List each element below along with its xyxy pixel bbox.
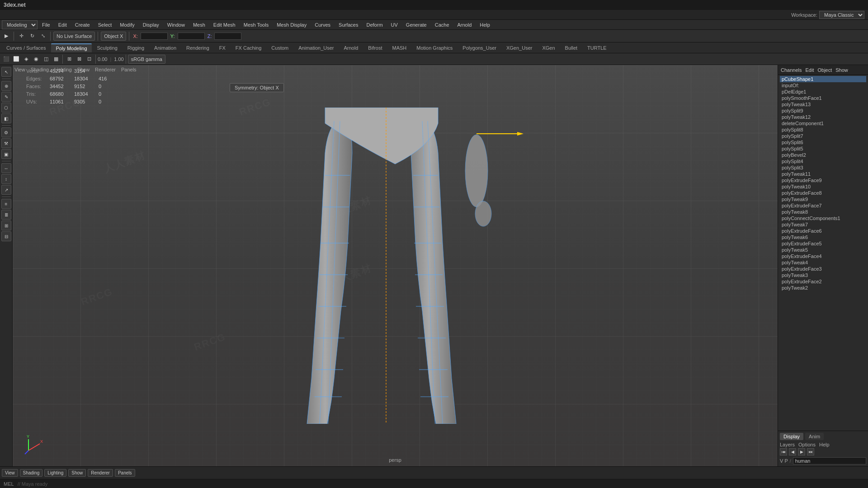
tab-custom[interactable]: Custom [267, 44, 293, 52]
rp-list-item[interactable]: inputOf: [780, 82, 866, 89]
rp-list-item[interactable]: polyTweak11 [780, 171, 866, 177]
menu-item-generate[interactable]: Generate [402, 21, 430, 28]
left-tool-6[interactable]: ⚙ [1, 127, 11, 137]
rp-list-item[interactable]: polyExtrudeFace6 [780, 228, 866, 234]
rp-channels[interactable]: Channels [781, 67, 802, 73]
menu-item-cache[interactable]: Cache [431, 21, 453, 28]
tb2-snap-2[interactable]: ⊠ [75, 55, 84, 64]
t3-btn-2[interactable]: Shading [20, 469, 43, 477]
rp-list-item[interactable]: polyTweak4 [780, 259, 866, 266]
tab-motion-graphics[interactable]: Motion Graphics [412, 44, 457, 52]
tab-xgen[interactable]: XGen [538, 44, 559, 52]
rp-list-item[interactable]: polySplit5 [780, 145, 866, 152]
modeling-select[interactable]: Modeling [2, 20, 38, 29]
left-tool-3[interactable]: ✎ [1, 92, 11, 102]
left-tool-12[interactable]: ≡ [1, 199, 11, 209]
menu-item-window[interactable]: Window [164, 21, 189, 28]
gamma-btn[interactable]: sRGB gamma [128, 55, 165, 64]
rp-list-item[interactable]: polySplit6 [780, 139, 866, 145]
tool-move[interactable]: ✛ [17, 32, 26, 41]
tab-arnold[interactable]: Arnold [340, 44, 363, 52]
tb2-snap-3[interactable]: ⊡ [85, 55, 94, 64]
rp-input-field[interactable] [793, 457, 866, 465]
menu-item-edit[interactable]: Edit [55, 21, 71, 28]
rp-list-item[interactable]: polyTweak13 [780, 101, 866, 108]
rp-layers[interactable]: Layers [780, 442, 795, 447]
menu-item-arnold[interactable]: Arnold [454, 21, 476, 28]
tab-bullet[interactable]: Bullet [561, 44, 582, 52]
rp-list-item[interactable]: polyTweak10 [780, 183, 866, 190]
pb-back[interactable]: ◀ [789, 448, 796, 455]
left-tool-2[interactable]: ⊕ [1, 81, 11, 91]
left-tool-7[interactable]: ⚒ [1, 138, 11, 148]
rp-list-item[interactable]: polyExtrudeFace7 [780, 202, 866, 209]
object-x-btn[interactable]: Object X [101, 32, 126, 41]
rp-list-item[interactable]: polyTweak5 [780, 247, 866, 253]
rp-list-item[interactable]: polyExtrudeFace4 [780, 253, 866, 259]
menu-item-surfaces[interactable]: Surfaces [335, 21, 362, 28]
rp-list-item[interactable]: polyTweak2 [780, 285, 866, 291]
workspace-dropdown[interactable]: Maya Classic [819, 11, 864, 19]
rp-list-item[interactable]: pDelEdge1 [780, 89, 866, 95]
rp-list-item[interactable]: polyTweak12 [780, 114, 866, 120]
left-tool-13[interactable]: ≣ [1, 210, 11, 220]
rp-list-item[interactable]: polyBevel2 [780, 152, 866, 158]
rp-object[interactable]: Object [817, 67, 832, 73]
z-input[interactable] [214, 33, 241, 40]
no-live-surface-btn[interactable]: No Live Surface [53, 32, 95, 41]
tb2-btn-6[interactable]: ▦ [52, 55, 61, 64]
rp-list-item[interactable]: polyTweak3 [780, 272, 866, 278]
left-tool-5[interactable]: ◧ [1, 113, 11, 123]
menu-item-modify[interactable]: Modify [116, 21, 138, 28]
rp-help[interactable]: Help [819, 442, 830, 447]
menu-item-mesh-display[interactable]: Mesh Display [273, 21, 310, 28]
rp-list-item[interactable]: deleteComponent1 [780, 120, 866, 127]
menu-item-curves[interactable]: Curves [311, 21, 334, 28]
rp-list-item[interactable]: polySmoothFace1 [780, 95, 866, 101]
rp-list-item[interactable]: pCubeShape1 [780, 76, 866, 82]
rp-list-item[interactable]: polySplit3 [780, 164, 866, 171]
rp-list-item[interactable]: polyTweak7 [780, 221, 866, 228]
rp-list-item[interactable]: polySplit7 [780, 133, 866, 139]
tab-rigging[interactable]: Rigging [123, 44, 149, 52]
rp-tab-display[interactable]: Display [780, 433, 803, 440]
rp-list-item[interactable]: polyExtrudeFace8 [780, 190, 866, 196]
rp-list-item[interactable]: polySplit9 [780, 108, 866, 114]
rp-edit[interactable]: Edit [805, 67, 814, 73]
rp-list-item[interactable]: polyExtrudeFace2 [780, 278, 866, 285]
menu-item-select[interactable]: Select [94, 21, 116, 28]
left-tool-15[interactable]: ⊟ [1, 231, 11, 241]
tab-xgen_user[interactable]: XGen_User [502, 44, 537, 52]
t3-btn-5[interactable]: Renderer [88, 469, 113, 477]
rp-show[interactable]: Show [835, 67, 848, 73]
rp-list-item[interactable]: polyConnectComponents1 [780, 215, 866, 221]
rp-list-item[interactable]: polyExtrudeFace3 [780, 266, 866, 272]
tool-rotate[interactable]: ↻ [28, 32, 37, 41]
menu-item-create[interactable]: Create [71, 21, 94, 28]
menu-item-file[interactable]: File [38, 21, 54, 28]
tab-animation_user[interactable]: Animation_User [294, 44, 338, 52]
menu-item-help[interactable]: Help [476, 21, 494, 28]
rp-options[interactable]: Options [798, 442, 816, 447]
menu-item-mesh-tools[interactable]: Mesh Tools [240, 21, 272, 28]
left-tool-8[interactable]: ▣ [1, 149, 11, 159]
rp-list-item[interactable]: polyExtrudeFace9 [780, 177, 866, 183]
left-tool-14[interactable]: ⊞ [1, 221, 11, 230]
left-select-tool[interactable]: ↖ [1, 67, 11, 77]
tab-rendering[interactable]: Rendering [182, 44, 214, 52]
tab-fx[interactable]: FX [215, 44, 230, 52]
left-tool-9[interactable]: ↔ [1, 163, 11, 173]
viewport[interactable]: RRCG 人人素材 RRCG 人人素材 RRCG 人人素材 RRCG View … [13, 65, 778, 466]
tab-polygons_user[interactable]: Polygons_User [458, 44, 501, 52]
tb2-btn-5[interactable]: ◫ [42, 55, 51, 64]
menu-item-mesh[interactable]: Mesh [189, 21, 209, 28]
tool-scale[interactable]: ⤡ [38, 32, 47, 41]
tab-fx-caching[interactable]: FX Caching [231, 44, 266, 52]
pb-start[interactable]: ⏮ [780, 448, 787, 455]
tab-animation[interactable]: Animation [150, 44, 181, 52]
y-input[interactable] [178, 33, 205, 40]
tab-turtle[interactable]: TURTLE [583, 44, 611, 52]
pb-end[interactable]: ⏭ [807, 448, 814, 455]
tb2-snap-1[interactable]: ⊞ [65, 55, 74, 64]
left-tool-4[interactable]: ⬡ [1, 103, 11, 113]
